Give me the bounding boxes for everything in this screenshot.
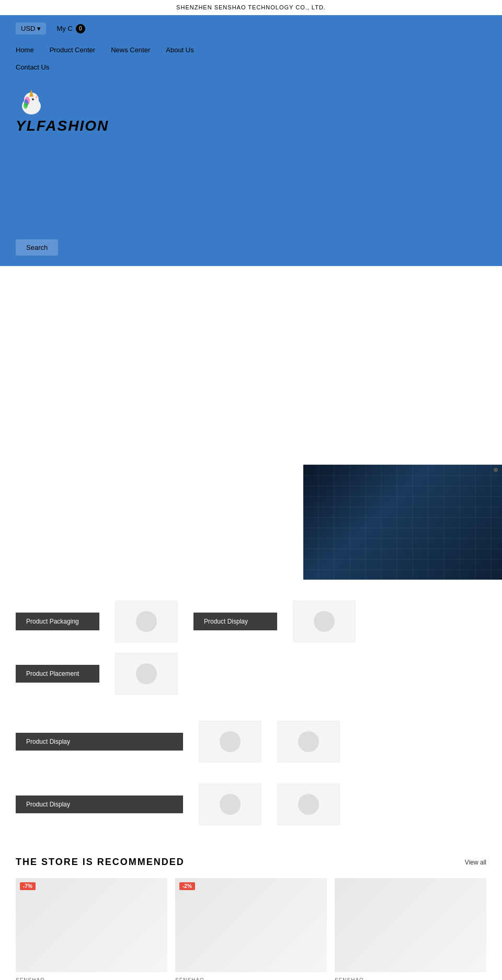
svg-point-5	[24, 102, 28, 109]
cart-label: My C	[56, 25, 72, 32]
video-corner-dot	[494, 468, 498, 472]
product-image-2: -2%	[175, 878, 327, 972]
category-image-6	[199, 783, 261, 825]
products-grid: -7% SENSHAO Unicorn headphone/U3-BTNew c…	[16, 878, 486, 980]
white-spacer	[0, 266, 502, 465]
category-row-3: Product Display	[16, 721, 486, 763]
category-image-5	[277, 721, 340, 763]
nav-row: Home Product Center News Center About Us	[0, 42, 502, 58]
category-image-3	[115, 653, 178, 695]
nav-news-center[interactable]: News Center	[111, 46, 150, 54]
product-image-3	[335, 878, 486, 972]
product-brand-1: SENSHAO	[16, 977, 167, 980]
search-button[interactable]: Search	[16, 239, 58, 256]
product-image-1: -7%	[16, 878, 167, 972]
recommended-title: THE STORE IS RECOMMENDED	[16, 857, 185, 868]
nav-product-center[interactable]: Product Center	[50, 46, 95, 54]
search-bar-area: Search	[0, 229, 502, 266]
video-section	[0, 465, 502, 590]
svg-point-6	[32, 98, 34, 100]
logo-text[interactable]: YLFASHION	[16, 118, 109, 134]
category-row-4: Product Display	[16, 783, 486, 825]
category-row-1: Product Packaging Product Display	[16, 601, 486, 642]
currency-selector[interactable]: USD ▾	[16, 22, 46, 34]
product-card-3[interactable]: SENSHAO Monsters tws earphone/YLFS-06BTC…	[335, 878, 486, 980]
category-image-2	[293, 601, 356, 642]
product-brand-3: SENSHAO	[335, 977, 486, 980]
nav-about-us[interactable]: About Us	[166, 46, 193, 54]
category-image-4	[199, 721, 261, 763]
category-product-display-wide-2[interactable]: Product Display	[16, 795, 183, 813]
svg-point-7	[33, 99, 34, 99]
category-row-2: Product Placement	[16, 653, 486, 695]
currency-label: USD	[21, 25, 35, 32]
product-card-2[interactable]: -2% SENSHAO Unicorn headphone/U1-BTAmazo…	[175, 878, 327, 980]
category-image-1	[115, 601, 178, 642]
nav-home[interactable]: Home	[16, 46, 34, 54]
video-placeholder	[303, 465, 502, 580]
product-image-placeholder-1	[16, 878, 167, 972]
category-product-display-1[interactable]: Product Display	[193, 613, 277, 630]
product-image-placeholder-2	[175, 878, 327, 972]
category-product-packaging[interactable]: Product Packaging	[16, 613, 99, 630]
product-card-1[interactable]: -7% SENSHAO Unicorn headphone/U3-BTNew c…	[16, 878, 167, 980]
view-all-link[interactable]: View all	[465, 859, 486, 866]
product-image-placeholder-3	[335, 878, 486, 972]
category-section: Product Packaging Product Display Produc…	[0, 590, 502, 846]
header-top-row: USD ▾ My C 0	[0, 15, 502, 42]
recommended-section: THE STORE IS RECOMMENDED View all -7% SE…	[0, 846, 502, 980]
product-brand-2: SENSHAO	[175, 977, 327, 980]
company-name: SHENZHEN SENSHAO TECHNOLOGY CO., LTD.	[176, 4, 326, 10]
contact-link[interactable]: Contact Us	[16, 63, 49, 71]
currency-arrow: ▾	[37, 25, 41, 32]
logo-unicorn-icon	[16, 86, 47, 118]
product-discount-badge-2: -2%	[179, 882, 195, 890]
category-product-display-wide-1[interactable]: Product Display	[16, 733, 183, 751]
category-image-7	[277, 783, 340, 825]
cart-button[interactable]: My C 0	[56, 24, 85, 33]
recommended-header: THE STORE IS RECOMMENDED View all	[16, 857, 486, 868]
top-bar: SHENZHEN SENSHAO TECHNOLOGY CO., LTD.	[0, 0, 502, 15]
header-blue: USD ▾ My C 0 Home Product Center News Ce…	[0, 15, 502, 266]
logo-area: YLFASHION	[0, 76, 502, 145]
cart-badge: 0	[76, 24, 85, 33]
category-product-placement[interactable]: Product Placement	[16, 665, 99, 683]
product-discount-badge-1: -7%	[20, 882, 36, 890]
contact-row: Contact Us	[0, 58, 502, 76]
